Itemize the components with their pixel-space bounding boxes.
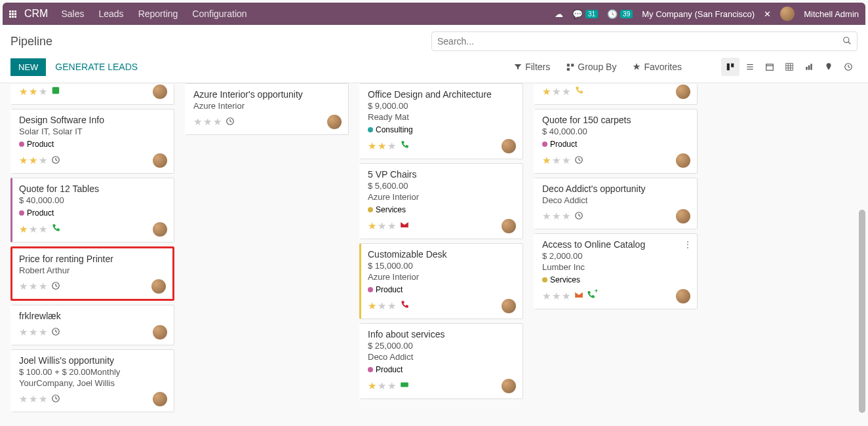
kanban-card[interactable]: Info about services$ 25,000.00Deco Addic… (359, 323, 523, 399)
priority-stars[interactable]: ★★★ (542, 210, 583, 222)
assignee-avatar[interactable] (151, 279, 166, 294)
star-icon[interactable]: ★ (368, 300, 376, 312)
settings-icon[interactable]: ✕ (764, 9, 771, 19)
star-icon[interactable]: ★ (542, 86, 551, 98)
kanban-card[interactable]: ⋮Access to Online Catalog$ 2,000.00Lumbe… (534, 233, 698, 309)
kanban-view-icon[interactable] (721, 58, 740, 76)
kanban-card[interactable]: Price for renting PrinterRobert Arthur★★… (10, 246, 174, 301)
search-box[interactable] (431, 31, 858, 51)
menu-reporting[interactable]: Reporting (138, 9, 178, 19)
groupby-button[interactable]: Group By (566, 62, 616, 72)
search-input[interactable] (437, 36, 837, 47)
brand[interactable]: CRM (24, 8, 48, 20)
phone-icon[interactable] (400, 140, 409, 152)
kanban-board[interactable]: ★★★Design Software InfoSolar IT, Solar I… (0, 83, 868, 424)
star-icon[interactable]: ★ (368, 220, 376, 232)
star-icon[interactable]: ★ (387, 140, 396, 152)
map-view-icon[interactable] (819, 58, 838, 76)
priority-stars[interactable]: ★★★ (19, 326, 60, 338)
star-icon[interactable]: ★ (378, 220, 386, 232)
star-icon[interactable]: ★ (387, 300, 396, 312)
warn-icon[interactable] (574, 86, 583, 98)
kanban-card[interactable]: ★★★ (534, 85, 698, 105)
star-icon[interactable]: ★ (387, 380, 396, 392)
phone-plus-icon[interactable]: + (586, 290, 595, 302)
assignee-avatar[interactable] (153, 392, 167, 406)
star-icon[interactable]: ★ (29, 155, 37, 166)
star-icon[interactable]: ★ (39, 326, 47, 338)
star-icon[interactable]: ★ (39, 86, 47, 98)
star-icon[interactable]: ★ (542, 210, 551, 222)
clock-icon[interactable] (226, 117, 235, 128)
priority-stars[interactable]: ★★★ (19, 281, 60, 292)
star-icon[interactable]: ★ (562, 290, 570, 302)
priority-stars[interactable]: ★★★ (19, 393, 60, 405)
apps-icon[interactable] (9, 10, 16, 18)
assignee-avatar[interactable] (153, 325, 167, 339)
priority-stars[interactable]: ★★★+ (542, 290, 595, 302)
priority-stars[interactable]: ★★★ (368, 220, 409, 232)
activity-icon[interactable]: 🕓39 (607, 9, 633, 19)
kanban-card[interactable]: Azure Interior's opportunityAzure Interi… (185, 83, 349, 135)
priority-stars[interactable]: ★★★ (19, 155, 60, 166)
star-icon[interactable]: ★ (552, 290, 561, 302)
assignee-avatar[interactable] (502, 299, 516, 313)
phone-icon[interactable] (400, 300, 409, 312)
star-icon[interactable]: ★ (19, 223, 28, 235)
star-icon[interactable]: ★ (378, 380, 386, 392)
star-icon[interactable]: ★ (378, 140, 386, 152)
star-icon[interactable]: ★ (29, 326, 37, 338)
priority-stars[interactable]: ★★★ (19, 86, 60, 98)
kanban-column[interactable]: Office Design and Architecture$ 9,000.00… (359, 83, 523, 424)
menu-configuration[interactable]: Configuration (192, 9, 247, 19)
star-icon[interactable]: ★ (19, 155, 28, 166)
priority-stars[interactable]: ★★★ (368, 380, 409, 392)
search-icon[interactable] (842, 36, 852, 47)
star-icon[interactable]: ★ (39, 223, 47, 235)
star-icon[interactable]: ★ (552, 86, 561, 98)
card-menu-icon[interactable]: ⋮ (683, 239, 692, 250)
kanban-card[interactable]: ★★★ (10, 85, 174, 105)
kanban-column[interactable]: ★★★Design Software InfoSolar IT, Solar I… (10, 83, 174, 424)
star-icon[interactable]: ★ (19, 86, 28, 98)
assignee-avatar[interactable] (153, 222, 167, 237)
star-icon[interactable]: ★ (39, 281, 47, 292)
graph-view-icon[interactable] (800, 58, 818, 76)
star-icon[interactable]: ★ (203, 116, 212, 128)
star-icon[interactable]: ★ (387, 220, 396, 232)
avatar[interactable] (780, 7, 795, 21)
kanban-card[interactable]: frklrewlæk★★★ (10, 305, 174, 345)
filters-button[interactable]: Filters (513, 62, 550, 72)
kanban-card[interactable]: 5 VP Chairs$ 5,600.00Azure InteriorServi… (359, 163, 523, 239)
company-switcher[interactable]: My Company (San Francisco) (642, 9, 755, 19)
assignee-avatar[interactable] (502, 139, 516, 153)
assignee-avatar[interactable] (676, 209, 690, 223)
assignee-avatar[interactable] (676, 289, 690, 303)
star-icon[interactable]: ★ (193, 116, 202, 128)
kanban-card[interactable]: Quote for 150 carpets$ 40,000.00Product★… (534, 109, 698, 174)
star-icon[interactable]: ★ (29, 86, 37, 98)
kanban-card[interactable]: Deco Addict's opportunityDeco Addict★★★ (534, 178, 698, 229)
kanban-card[interactable]: Office Design and Architecture$ 9,000.00… (359, 83, 523, 159)
priority-stars[interactable]: ★★★ (368, 300, 409, 312)
vertical-scrollbar[interactable] (859, 79, 865, 413)
star-icon[interactable]: ★ (562, 210, 570, 222)
menu-sales[interactable]: Sales (61, 9, 84, 19)
priority-stars[interactable]: ★★★ (368, 140, 409, 152)
tray-icon[interactable]: ☁︎ (555, 9, 563, 19)
mail-icon[interactable] (574, 290, 583, 302)
star-icon[interactable]: ★ (562, 86, 570, 98)
phone-icon[interactable] (51, 223, 60, 235)
star-icon[interactable]: ★ (39, 393, 47, 405)
assignee-avatar[interactable] (153, 153, 167, 168)
calendar-view-icon[interactable] (760, 58, 779, 76)
star-icon[interactable]: ★ (552, 155, 561, 166)
messages-icon[interactable]: 💬31 (572, 9, 598, 19)
priority-stars[interactable]: ★★★ (19, 223, 60, 235)
clock-icon[interactable] (574, 155, 583, 166)
clock-icon[interactable] (51, 394, 60, 405)
done-icon[interactable] (51, 86, 60, 98)
new-button[interactable]: NEW (10, 58, 46, 76)
star-icon[interactable]: ★ (29, 393, 37, 405)
star-icon[interactable]: ★ (213, 116, 222, 128)
